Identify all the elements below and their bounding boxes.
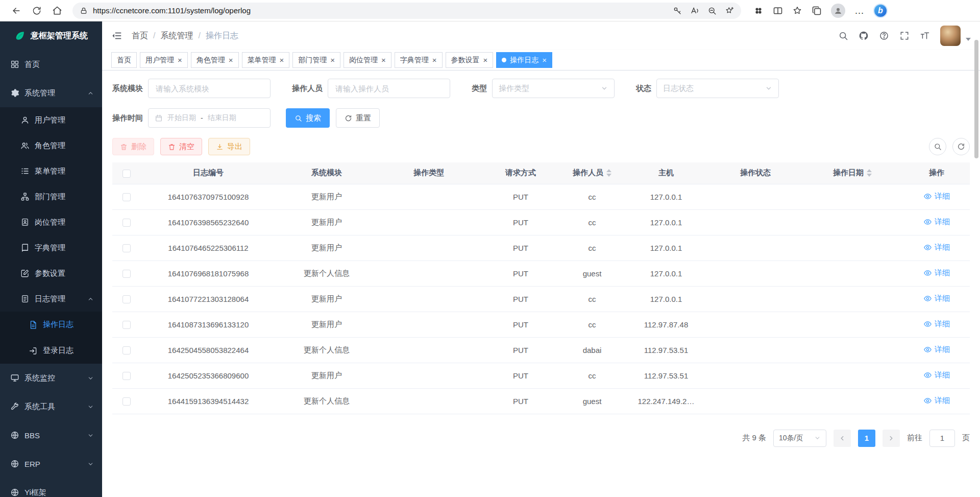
row-checkbox[interactable]: [122, 295, 131, 303]
row-checkbox[interactable]: [122, 372, 131, 380]
tab-users[interactable]: 用户管理×: [140, 52, 188, 68]
page-scrollbar[interactable]: [974, 40, 978, 158]
help-icon[interactable]: [879, 31, 889, 41]
sort-control[interactable]: [867, 169, 872, 177]
status-select[interactable]: 日志状态: [656, 79, 779, 98]
delete-button[interactable]: 删除: [112, 138, 154, 155]
select-all-checkbox[interactable]: [122, 170, 131, 178]
browser-back-button[interactable]: [7, 2, 26, 20]
tab-home[interactable]: 首页: [111, 52, 137, 68]
close-icon[interactable]: ×: [229, 56, 233, 64]
goto-page-input[interactable]: [929, 430, 955, 447]
sort-control[interactable]: [606, 169, 611, 177]
font-size-icon[interactable]: [920, 31, 930, 41]
github-icon[interactable]: [859, 31, 869, 41]
browser-more-icon[interactable]: …: [854, 6, 864, 15]
url-text[interactable]: https://ccnetcore.com:1101/system/log/op…: [93, 6, 668, 15]
tab-posts[interactable]: 岗位管理×: [344, 52, 391, 68]
tab-dictionary[interactable]: 字典管理×: [395, 52, 443, 68]
detail-link[interactable]: 详细: [923, 192, 950, 201]
row-checkbox[interactable]: [122, 346, 131, 354]
search-icon[interactable]: [838, 31, 848, 41]
start-date-placeholder[interactable]: 开始日期: [167, 113, 196, 123]
fullscreen-icon[interactable]: [899, 31, 910, 41]
clear-button[interactable]: 清空: [160, 138, 202, 155]
browser-profile-avatar[interactable]: [831, 4, 845, 18]
breadcrumb-home[interactable]: 首页: [132, 31, 148, 41]
module-input[interactable]: [148, 79, 271, 98]
tab-roles[interactable]: 角色管理×: [191, 52, 239, 68]
row-checkbox[interactable]: [122, 219, 131, 227]
prev-page-button[interactable]: [834, 430, 851, 447]
zoom-icon[interactable]: [707, 6, 717, 15]
reset-button[interactable]: 重置: [336, 108, 380, 128]
sidebar-item-parameters[interactable]: 参数设置: [0, 261, 102, 286]
tab-menus[interactable]: 菜单管理×: [242, 52, 290, 68]
column-header-date[interactable]: 操作日期: [801, 162, 903, 184]
date-range-picker[interactable]: 开始日期 - 结束日期: [148, 108, 271, 128]
close-icon[interactable]: ×: [330, 56, 335, 64]
address-bar[interactable]: https://ccnetcore.com:1101/system/log/op…: [72, 3, 741, 19]
sidebar-item-roles[interactable]: 角色管理: [0, 133, 102, 158]
collections-icon[interactable]: [812, 6, 822, 16]
row-checkbox[interactable]: [122, 193, 131, 201]
page-number-button[interactable]: 1: [858, 430, 875, 447]
operator-input[interactable]: [328, 79, 450, 98]
close-icon[interactable]: ×: [178, 56, 182, 64]
app-logo[interactable]: 意框架管理系统: [0, 21, 102, 50]
sidebar-item-menus[interactable]: 菜单管理: [0, 158, 102, 184]
read-aloud-icon[interactable]: [690, 6, 699, 15]
close-icon[interactable]: ×: [542, 56, 547, 64]
close-icon[interactable]: ×: [483, 56, 488, 64]
close-icon[interactable]: ×: [280, 56, 284, 64]
next-page-button[interactable]: [883, 430, 900, 447]
sidebar-item-tools[interactable]: 系统工具: [0, 392, 102, 421]
user-avatar[interactable]: [940, 26, 961, 46]
detail-link[interactable]: 详细: [923, 396, 950, 406]
toggle-search-button[interactable]: [929, 138, 946, 155]
sidebar-item-oper-log[interactable]: 操作日志: [0, 312, 102, 338]
sidebar-item-departments[interactable]: 部门管理: [0, 184, 102, 209]
detail-link[interactable]: 详细: [923, 294, 950, 303]
close-icon[interactable]: ×: [432, 56, 437, 64]
avatar-caret-icon[interactable]: [966, 38, 971, 41]
row-checkbox[interactable]: [122, 397, 131, 406]
row-checkbox[interactable]: [122, 321, 131, 329]
breadcrumb-system[interactable]: 系统管理: [148, 31, 193, 41]
browser-refresh-button[interactable]: [28, 2, 46, 20]
split-screen-icon[interactable]: [773, 6, 783, 16]
refresh-table-button[interactable]: [952, 138, 970, 155]
row-checkbox[interactable]: [122, 270, 131, 278]
detail-link[interactable]: 详细: [923, 319, 950, 329]
sidebar-item-dictionary[interactable]: 字典管理: [0, 235, 102, 261]
column-header-operator[interactable]: 操作人员: [561, 162, 623, 184]
row-checkbox[interactable]: [122, 244, 131, 252]
type-select[interactable]: 操作类型: [492, 79, 615, 98]
detail-link[interactable]: 详细: [923, 268, 950, 278]
sidebar-item-posts[interactable]: 岗位管理: [0, 209, 102, 235]
sidebar-toggle-icon[interactable]: [111, 30, 122, 41]
favorites-icon[interactable]: [792, 6, 802, 16]
site-permissions-icon[interactable]: [80, 7, 88, 15]
sidebar-item-erp[interactable]: ERP: [0, 449, 102, 478]
detail-link[interactable]: 详细: [923, 217, 950, 227]
search-button[interactable]: 搜索: [286, 108, 330, 128]
detail-link[interactable]: 详细: [923, 345, 950, 354]
detail-link[interactable]: 详细: [923, 370, 950, 380]
page-size-select[interactable]: 10条/页: [773, 430, 826, 447]
sidebar-item-system[interactable]: 系统管理: [0, 79, 102, 107]
sidebar-item-log-management[interactable]: 日志管理: [0, 286, 102, 312]
favorites-star-add-icon[interactable]: [725, 6, 734, 15]
sidebar-item-yi-framework[interactable]: Yi框架: [0, 478, 102, 497]
extensions-icon[interactable]: [753, 6, 764, 16]
tab-oper-log[interactable]: 操作日志×: [496, 52, 552, 68]
export-button[interactable]: 导出: [208, 138, 250, 155]
sidebar-item-login-log[interactable]: 登录日志: [0, 338, 102, 364]
close-icon[interactable]: ×: [381, 56, 386, 64]
sidebar-item-monitor[interactable]: 系统监控: [0, 364, 102, 392]
detail-link[interactable]: 详细: [923, 243, 950, 252]
sidebar-item-home[interactable]: 首页: [0, 50, 102, 79]
copilot-icon[interactable]: b: [873, 4, 888, 18]
password-key-icon[interactable]: [673, 6, 682, 15]
browser-home-button[interactable]: [48, 2, 66, 20]
